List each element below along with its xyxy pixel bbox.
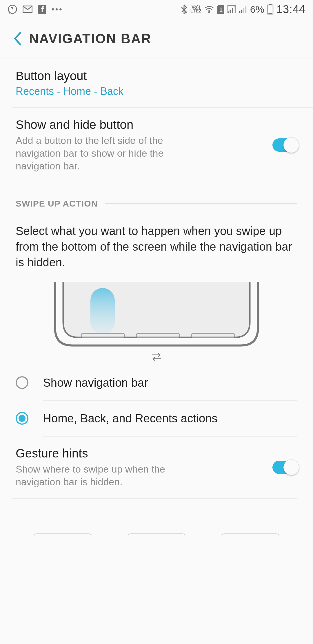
page-title: NAVIGATION BAR xyxy=(29,31,151,46)
signal-2-icon xyxy=(239,5,247,13)
setting-show-hide-button[interactable]: Show and hide button Add a button to the… xyxy=(0,108,313,182)
setting-description: Add a button to the left side of the nav… xyxy=(16,134,178,173)
radio-home-back-recents[interactable]: Home, Back, and Recents actions xyxy=(0,401,313,436)
svg-rect-10 xyxy=(241,10,242,13)
setting-button-layout[interactable]: Button layout Recents - Home - Back xyxy=(0,59,313,107)
setting-description: Show where to swipe up when the navigati… xyxy=(16,463,178,488)
app-header: NAVIGATION BAR xyxy=(0,19,313,59)
radio-indicator xyxy=(16,376,28,389)
setting-gesture-hints[interactable]: Gesture hints Show where to swipe up whe… xyxy=(0,437,313,498)
radio-show-navigation-bar[interactable]: Show navigation bar xyxy=(0,365,313,400)
back-button[interactable] xyxy=(6,27,29,50)
sim-icon: 1 xyxy=(217,5,225,14)
wifi-icon xyxy=(204,5,214,13)
bluetooth-icon xyxy=(181,4,188,14)
svg-rect-9 xyxy=(239,11,240,13)
svg-rect-6 xyxy=(232,8,233,13)
svg-rect-16 xyxy=(90,288,115,334)
svg-rect-14 xyxy=(268,5,273,14)
svg-rect-15 xyxy=(268,13,272,14)
chevron-left-icon xyxy=(13,32,22,46)
whatsapp-icon xyxy=(8,4,17,14)
svg-rect-5 xyxy=(230,10,231,13)
volte-icon: Vo)) LTE2 xyxy=(190,6,201,13)
setting-title: Gesture hints xyxy=(16,446,264,460)
signal-1-icon xyxy=(228,5,236,13)
bottom-buttons-cropped xyxy=(0,499,313,536)
svg-rect-12 xyxy=(245,6,246,13)
swap-icon xyxy=(151,352,162,362)
svg-point-3 xyxy=(209,12,210,12)
svg-rect-11 xyxy=(243,8,244,13)
gmail-icon xyxy=(23,5,32,13)
status-bar: ••• Vo)) LTE2 1 6% 13:44 xyxy=(0,0,313,19)
section-header-swipe-up: SWIPE UP ACTION xyxy=(0,182,313,214)
radio-label: Show navigation bar xyxy=(43,376,148,389)
section-label: SWIPE UP ACTION xyxy=(16,199,98,209)
gesture-hints-toggle[interactable] xyxy=(272,461,297,474)
battery-icon xyxy=(267,4,274,15)
show-hide-toggle[interactable] xyxy=(272,138,297,152)
clock: 13:44 xyxy=(276,3,305,16)
more-notifications-icon: ••• xyxy=(52,5,63,14)
svg-rect-7 xyxy=(234,6,235,13)
swipe-up-illustration xyxy=(0,279,313,365)
setting-title: Show and hide button xyxy=(16,118,264,132)
swipe-up-description: Select what you want to happen when you … xyxy=(0,214,313,279)
setting-title: Button layout xyxy=(16,69,297,83)
radio-indicator xyxy=(16,412,28,425)
battery-percent: 6% xyxy=(250,4,264,15)
setting-value: Recents - Home - Back xyxy=(16,85,297,97)
facebook-icon xyxy=(38,5,46,14)
radio-label: Home, Back, and Recents actions xyxy=(43,412,218,425)
